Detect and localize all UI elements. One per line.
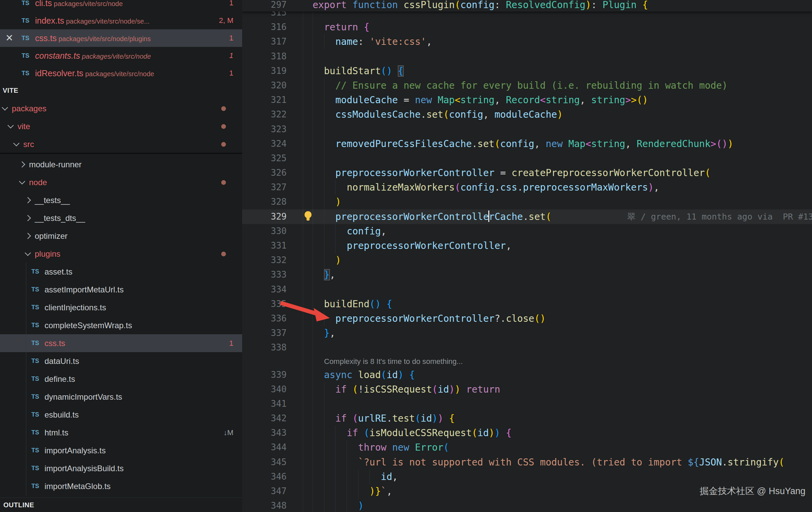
- explorer-section-header[interactable]: VITE: [0, 82, 242, 99]
- line-number[interactable]: 346: [242, 470, 287, 484]
- tree-item-assetts[interactable]: TSasset.ts: [0, 263, 242, 281]
- line-number[interactable]: 334: [242, 282, 287, 297]
- git-status-badge: ↓M: [224, 428, 233, 437]
- line-number[interactable]: 338: [242, 340, 287, 355]
- file-name: index.ts packages/vite/src/node/se...: [35, 16, 150, 26]
- tree-item-importAnalysists[interactable]: TSimportAnalysis.ts: [0, 442, 242, 459]
- token: .: [523, 211, 529, 222]
- line-number[interactable]: 337: [242, 326, 287, 340]
- line-number[interactable]: 347: [242, 484, 287, 499]
- token: isModuleCSSRequest: [370, 427, 472, 438]
- token: {: [409, 369, 415, 380]
- tree-item-clientInjectionsts[interactable]: TSclientInjections.ts: [0, 298, 242, 316]
- tree-item-optimizer[interactable]: optimizer: [0, 227, 242, 245]
- token: ): [489, 427, 495, 438]
- token: (: [352, 384, 358, 395]
- line-number[interactable]: 322: [242, 107, 287, 122]
- code-line-334: 334: [242, 282, 812, 297]
- tree-item-htmlts[interactable]: TShtml.ts↓M: [0, 424, 242, 442]
- line-number[interactable]: 335: [242, 297, 287, 311]
- token: ?.: [494, 313, 506, 324]
- line-number[interactable]: 333: [242, 267, 287, 282]
- open-editor-item[interactable]: TSidResolver.ts packages/vite/src/node1: [0, 64, 242, 82]
- close-icon[interactable]: ✕: [5, 33, 13, 43]
- line-number[interactable]: 341: [242, 397, 287, 411]
- code-text: name: 'vite:css',: [313, 34, 432, 49]
- line-number[interactable]: 336: [242, 311, 287, 326]
- token: (: [415, 413, 420, 424]
- line-number[interactable]: 324: [242, 137, 287, 151]
- open-editor-item[interactable]: TSconstants.ts packages/vite/src/node1: [0, 47, 242, 64]
- outline-section[interactable]: OUTLINE: [0, 497, 242, 512]
- tree-item-src[interactable]: src: [0, 135, 242, 153]
- codelens-annotation[interactable]: Complexity is 8 It's time to do somethin…: [242, 355, 812, 368]
- line-number[interactable]: 348: [242, 499, 287, 512]
- token: name: [335, 36, 358, 47]
- tree-item-plugins[interactable]: plugins: [0, 245, 242, 263]
- line-number[interactable]: 331: [242, 238, 287, 253]
- indent-guide: [324, 470, 324, 484]
- file-name: idResolver.ts packages/vite/src/node: [35, 68, 154, 78]
- token: RenderedChunk: [637, 138, 710, 149]
- tree-item-__tests_dts__[interactable]: __tests_dts__: [0, 209, 242, 227]
- token: ,: [386, 486, 392, 497]
- line-number[interactable]: 339: [242, 368, 287, 382]
- tree-item-completeSystemWrapts[interactable]: TScompleteSystemWrap.ts: [0, 316, 242, 334]
- line-number[interactable]: 344: [242, 440, 287, 455]
- token: id: [381, 471, 392, 482]
- tree-item-importMetaGlobts[interactable]: TSimportMetaGlob.ts: [0, 477, 242, 495]
- tree-item-esbuildts[interactable]: TSesbuild.ts: [0, 406, 242, 424]
- typescript-file-icon: TS: [31, 358, 39, 365]
- lightbulb-icon[interactable]: [304, 211, 312, 222]
- problem-badge: 1: [229, 339, 233, 348]
- token: Map: [569, 138, 586, 149]
- typescript-file-icon: TS: [31, 465, 39, 472]
- git-modified-dot: [221, 142, 226, 147]
- tree-item-packages[interactable]: packages: [0, 99, 242, 117]
- line-number[interactable]: 343: [242, 426, 287, 440]
- line-number[interactable]: 340: [242, 382, 287, 397]
- token: if: [335, 413, 347, 424]
- indent-guide: [324, 166, 324, 180]
- line-number[interactable]: 332: [242, 253, 287, 267]
- tree-item-vite[interactable]: vite: [0, 117, 242, 135]
- code-line-342: 342if (urlRE.test(id)) {: [242, 411, 812, 426]
- tree-item-importAnalysisBuildts[interactable]: TSimportAnalysisBuild.ts: [0, 459, 242, 477]
- tree-item-dataUrits[interactable]: TSdataUri.ts: [0, 352, 242, 370]
- open-editor-item[interactable]: TSindex.ts packages/vite/src/node/se...2…: [0, 12, 242, 29]
- token: ): [728, 138, 733, 149]
- tree-item-dynamicImportVarsts[interactable]: TSdynamicImportVars.ts: [0, 388, 242, 406]
- line-number[interactable]: 329: [242, 209, 287, 224]
- tree-item-assetImportMetaUrlts[interactable]: TSassetImportMetaUrl.ts: [0, 281, 242, 298]
- tree-item-__tests__[interactable]: __tests__: [0, 191, 242, 209]
- line-number[interactable]: 330: [242, 224, 287, 238]
- line-number[interactable]: 323: [242, 122, 287, 137]
- code-line-344: 344throw new Error(: [242, 440, 812, 455]
- tree-item-node[interactable]: node: [0, 173, 242, 191]
- code-text: )}`,: [313, 484, 392, 499]
- line-number[interactable]: 297: [242, 0, 287, 11]
- line-number[interactable]: 342: [242, 411, 287, 426]
- git-modified-dot: [221, 180, 226, 185]
- sticky-scroll-line[interactable]: 297export function cssPlugin(config: Res…: [242, 0, 812, 11]
- tree-item-definets[interactable]: TSdefine.ts: [0, 370, 242, 388]
- line-number[interactable]: 327: [242, 180, 287, 195]
- line-number[interactable]: 317: [242, 34, 287, 49]
- open-editor-item[interactable]: ✕TScss.ts packages/vite/src/node/plugins…: [0, 29, 242, 47]
- tree-item-cssts[interactable]: TScss.ts1: [0, 334, 242, 352]
- token: ,: [494, 94, 506, 106]
- line-number[interactable]: 345: [242, 455, 287, 470]
- line-number[interactable]: 325: [242, 151, 287, 166]
- line-number[interactable]: 318: [242, 49, 287, 64]
- tree-item-module-runner[interactable]: module-runner: [0, 155, 242, 173]
- line-number[interactable]: 319: [242, 64, 287, 78]
- line-number[interactable]: 326: [242, 166, 287, 180]
- line-number[interactable]: 328: [242, 195, 287, 209]
- token: (): [370, 298, 381, 310]
- line-number[interactable]: 320: [242, 78, 287, 93]
- code-editor[interactable]: 315316return {317name: 'vite:css',318319…: [242, 0, 812, 512]
- token: string: [591, 138, 625, 149]
- line-number[interactable]: 321: [242, 93, 287, 107]
- line-number[interactable]: 316: [242, 20, 287, 34]
- open-editor-item[interactable]: TScli.ts packages/vite/src/node1: [0, 0, 242, 12]
